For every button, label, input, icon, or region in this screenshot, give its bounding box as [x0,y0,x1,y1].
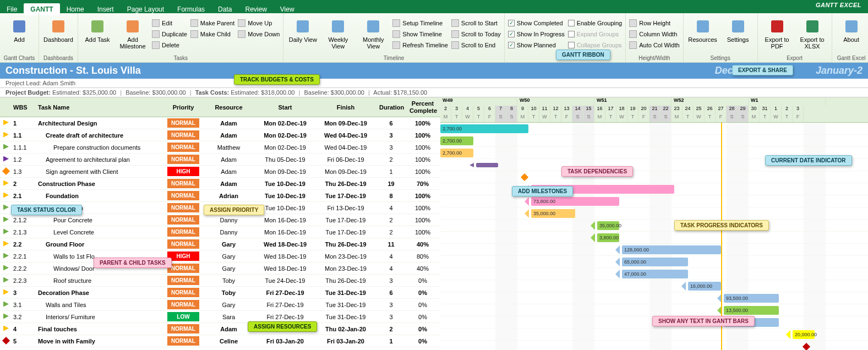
show-timeline-button[interactable]: Show Timeline [392,29,448,40]
task-row[interactable]: 1 Architectural Design NORMAL Adam Mon 0… [0,117,440,129]
percent-cell[interactable]: 100% [406,167,439,176]
gantt-bar[interactable]: 2,700.00 [440,136,473,145]
gantt-bar[interactable]: 47,000.00 [622,270,688,278]
task-row[interactable]: 2.2.1 Walls to 1st Flo HIGH Gary Wed 18-… [0,250,440,262]
gantt-bar[interactable]: 93,500.00 [724,294,779,303]
auto-col-width-button[interactable]: Auto Col Width [629,40,679,51]
duration-cell[interactable]: 19 [376,179,406,188]
resource-cell[interactable]: Celine [203,337,255,346]
start-cell[interactable]: Tue 10-Dec-19 [255,179,315,188]
task-row[interactable]: 3.2 Interiors/ Furniture LOW Sara Fri 27… [0,311,440,323]
resource-cell[interactable]: Gary [203,300,255,309]
resource-cell[interactable]: Gary [203,264,255,273]
duplicate-button[interactable]: Duplicate [152,29,187,40]
dashboard-button[interactable]: Dashboard [42,15,74,43]
show-completed-check[interactable]: Show Completed [508,18,565,29]
duration-cell[interactable]: 3 [376,300,406,309]
export-pdf-button[interactable]: Export to PDF [761,15,793,50]
priority-cell[interactable]: NORMAL [164,299,203,310]
resources-button[interactable]: Resources [687,15,719,43]
gantt-bar[interactable]: 13,500.00 [724,306,779,315]
gantt-milestone[interactable] [803,343,810,350]
finish-cell[interactable]: Tue 17-Dec-19 [315,192,376,200]
percent-cell[interactable]: 70% [406,179,439,188]
resource-cell[interactable]: Sara [203,313,255,321]
gantt-milestone[interactable] [521,173,528,181]
start-cell[interactable]: Wed 18-Dec-19 [255,252,315,261]
finish-cell[interactable]: Tue 31-Dec-19 [315,300,376,309]
duration-cell[interactable]: 1 [376,167,406,176]
task-row[interactable]: 3.1 Walls and Tiles NORMAL Gary Fri 27-D… [0,299,440,311]
priority-cell[interactable]: NORMAL [164,117,203,129]
resource-cell[interactable]: Adrian [203,192,255,200]
priority-cell[interactable]: NORMAL [164,129,203,141]
duration-cell[interactable]: 2 [376,325,406,333]
priority-cell[interactable]: NORMAL [164,275,203,286]
finish-cell[interactable]: Mon 23-Dec-19 [315,252,376,261]
finish-cell[interactable]: Mon 23-Dec-19 [315,264,376,273]
start-cell[interactable]: Mon 09-Dec-19 [255,167,315,176]
gantt-bar[interactable]: 20,000.00 [793,330,815,339]
setup-timeline-button[interactable]: Setup Timeline [392,18,448,29]
show-planned-check[interactable]: Show Planned [508,40,565,51]
priority-cell[interactable]: NORMAL [164,141,203,153]
scroll-to-today-button[interactable]: Scroll to Today [451,29,501,40]
task-row[interactable]: 2.1 Foundation NORMAL Adrian Tue 10-Dec-… [0,190,440,202]
resource-cell[interactable]: Adam [203,325,255,333]
start-cell[interactable]: Tue 10-Dec-19 [255,192,315,200]
percent-cell[interactable]: 80% [406,252,439,261]
task-row[interactable]: 2.2.3 Roof structure NORMAL Toby Tue 24-… [0,275,440,287]
duration-cell[interactable]: 4 [376,264,406,273]
show-in-progress-check[interactable]: Show In Progress [508,29,565,40]
monthly-view-button[interactable]: Monthly View [357,15,389,50]
gantt-bar[interactable]: 35,000.00 [531,209,575,218]
resource-cell[interactable]: Adam [203,119,255,128]
gantt-bar[interactable]: 16,000.00 [688,282,721,291]
percent-cell[interactable]: 0% [406,337,439,346]
duration-cell[interactable]: 2 [376,216,406,225]
duration-cell[interactable]: 11 [376,240,406,249]
percent-cell[interactable]: 0% [406,300,439,309]
duration-cell[interactable]: 6 [376,119,406,128]
percent-cell[interactable]: 100% [406,216,439,225]
export-xlsx-button[interactable]: Export to XLSX [796,15,828,50]
duration-cell[interactable]: 3 [376,131,406,140]
percent-cell[interactable]: 0% [406,313,439,321]
scroll-to-start-button[interactable]: Scroll to Start [451,18,501,29]
finish-cell[interactable]: Mon 09-Dec-19 [315,119,376,128]
priority-cell[interactable]: LOW [164,311,203,322]
percent-cell[interactable]: 40% [406,264,439,273]
finish-cell[interactable]: Wed 04-Dec-19 [315,131,376,140]
duration-cell[interactable]: 3 [376,313,406,321]
start-cell[interactable]: Wed 18-Dec-19 [255,264,315,273]
gantt-bar[interactable]: 73,800.00 [531,197,619,206]
settings-button[interactable]: Settings [722,15,754,43]
task-row[interactable]: 2.2 Ground Floor NORMAL Gary Wed 18-Dec-… [0,238,440,250]
finish-cell[interactable]: Wed 04-Dec-19 [315,143,376,152]
resource-cell[interactable]: Matthew [203,143,255,152]
resource-cell[interactable]: Toby [203,288,255,297]
resource-cell[interactable]: Danny [203,228,255,237]
duration-cell[interactable]: 6 [376,288,406,297]
finish-cell[interactable]: Fri 03-Jan-20 [315,337,376,346]
resource-cell[interactable]: Gary [203,240,255,249]
finish-cell[interactable]: Tue 17-Dec-19 [315,228,376,237]
column-width-button[interactable]: Column Width [629,29,679,40]
refresh-timeline-button[interactable]: Refresh Timeline [392,40,448,51]
priority-cell[interactable]: NORMAL [164,178,203,189]
gantt-bar[interactable]: 2,700.00 [440,124,528,133]
task-row[interactable]: 1.1 Create draft of architecture NORMAL … [0,129,440,141]
start-cell[interactable]: Mon 02-Dec-19 [255,143,315,152]
finish-cell[interactable]: Thu 26-Dec-19 [315,179,376,188]
add-chart-button[interactable]: Add [3,15,35,43]
move-up-button[interactable]: Move Up [238,18,280,29]
gantt-bar[interactable]: 3,800.00 [597,233,619,242]
priority-cell[interactable]: NORMAL [164,226,203,238]
percent-cell[interactable]: 40% [406,240,439,249]
priority-cell[interactable]: NORMAL [164,323,203,335]
task-row[interactable]: 1.2 Agreement to architectural plan NORM… [0,154,440,166]
gantt-bar[interactable]: 35,000.00 [597,221,619,230]
start-cell[interactable]: Fri 27-Dec-19 [255,300,315,309]
percent-cell[interactable]: 100% [406,131,439,140]
priority-cell[interactable]: NORMAL [164,154,203,165]
